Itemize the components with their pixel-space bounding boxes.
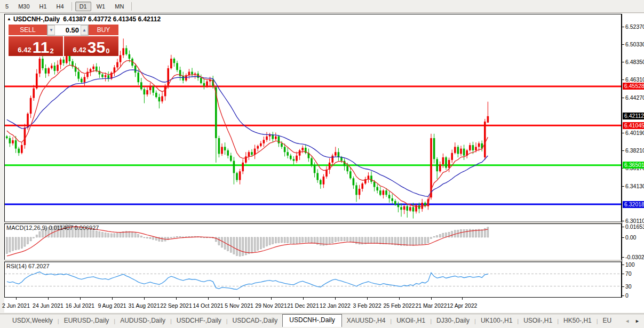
tab-dj30-daily[interactable]: DJ30-,Daily: [432, 315, 474, 327]
time-axis[interactable]: 2 Jun 202124 Jun 202116 Jul 20219 Aug 20…: [4, 298, 644, 313]
candle-body: [290, 156, 292, 159]
candle-body: [353, 178, 355, 185]
splitter-macd-rsi[interactable]: [4, 260, 622, 261]
candle-body: [129, 54, 131, 59]
tab-xauusd-h4[interactable]: XAUUSD-,H4: [342, 315, 391, 327]
candle-body: [281, 143, 283, 147]
price-tick-label: 6.48350: [625, 59, 644, 65]
macd-bar: [332, 237, 333, 243]
macd-bar: [117, 233, 118, 237]
candle-body: [30, 98, 32, 114]
macd-bar: [275, 237, 276, 243]
candle-body: [320, 180, 322, 185]
price-marker-6.45528: 6.45528: [623, 83, 644, 90]
one-click-trade-widget: SELL ▼ ▲ BUY 6.42112 6.42350: [9, 25, 118, 56]
candle-body: [182, 76, 184, 81]
volume-input[interactable]: [55, 25, 81, 35]
tab-audusd-daily[interactable]: AUDUSD-,Daily: [115, 315, 170, 327]
volume-decrease-icon[interactable]: ▼: [47, 25, 55, 35]
macd-bar: [147, 237, 148, 238]
tab-eurusd-daily[interactable]: EURUSD-,Daily: [59, 315, 114, 327]
macd-bar: [329, 237, 330, 244]
macd-bar: [379, 237, 381, 244]
macd-bar: [257, 237, 259, 250]
time-tick-label: 31 Aug 2021: [129, 302, 160, 309]
time-tick-label: 14 Oct 2021: [193, 302, 223, 309]
candle-body: [316, 173, 319, 180]
time-tick: [335, 298, 336, 300]
macd-bar: [424, 237, 426, 244]
candle-body: [125, 48, 128, 54]
macd-bar: [338, 237, 339, 241]
macd-bar: [21, 237, 22, 249]
macd-bar: [236, 237, 238, 255]
macd-bar: [403, 237, 405, 245]
macd-bar: [260, 237, 261, 249]
candle-body: [445, 157, 447, 168]
macd-bar: [39, 231, 41, 237]
tab-eu[interactable]: EU: [598, 315, 617, 327]
macd-bar: [314, 237, 315, 244]
macd-bar: [266, 237, 268, 246]
tab-usdx-weekly[interactable]: USDX,Weekly: [7, 315, 58, 327]
macd-bar: [6, 237, 7, 254]
scroll-left-icon[interactable]: ◄: [625, 318, 630, 324]
rsi-tick-label: 70: [625, 270, 632, 277]
macd-bar: [110, 234, 112, 237]
candle-body: [433, 138, 435, 159]
candle-body: [383, 190, 385, 195]
candle-body: [475, 147, 477, 150]
sell-button[interactable]: SELL: [9, 25, 47, 36]
tab-usdcnh-daily[interactable]: USDCNH-,Daily: [282, 314, 341, 327]
macd-bar: [218, 237, 220, 245]
time-tick-label: 5 Nov 2021: [225, 302, 253, 309]
candle-body: [206, 82, 208, 86]
price-axis[interactable]: 6.523706.503306.483506.463106.442706.401…: [622, 14, 644, 298]
tab-usdcad-daily[interactable]: USDCAD-,Daily: [228, 315, 283, 327]
candle-body: [90, 69, 92, 72]
candle-body: [373, 182, 376, 187]
macd-bar: [102, 232, 104, 237]
macd-bar: [233, 237, 235, 254]
ask-price-box[interactable]: 6.42350: [64, 36, 118, 56]
macd-bar: [439, 235, 441, 237]
candle-body: [242, 163, 244, 171]
tab-usoil-h1[interactable]: USOil-,H1: [519, 315, 557, 327]
candle-body: [388, 195, 391, 198]
tab-hk50-h1[interactable]: HK50-,H1: [559, 315, 597, 327]
volume-increase-icon[interactable]: ▲: [81, 25, 88, 35]
tab-usdchf-daily[interactable]: USDCHF-,Daily: [172, 315, 226, 327]
time-tick: [431, 298, 432, 300]
macd-tick: [622, 237, 624, 238]
rsi-tick: [622, 274, 624, 274]
macd-bar: [326, 237, 328, 245]
buy-button[interactable]: BUY: [89, 25, 118, 36]
macd-bar: [149, 237, 151, 239]
candle-body: [436, 159, 438, 171]
macd-bar: [341, 237, 343, 241]
candle-body: [385, 190, 387, 195]
tab-ukoil-h1[interactable]: UKOil-,H1: [392, 315, 430, 327]
bid-price-box[interactable]: 6.42112: [9, 36, 63, 56]
macd-bar: [177, 236, 178, 237]
candle-body: [454, 147, 456, 153]
candle-body: [221, 147, 223, 154]
macd-bar: [269, 237, 271, 245]
rsi-tick-label: 100: [625, 261, 635, 268]
macd-bar: [138, 234, 139, 237]
tab-uk100-h1[interactable]: UK100-,H1: [476, 315, 517, 327]
candle-body: [379, 190, 381, 195]
time-tick-label: 3 Feb 2022: [353, 302, 381, 309]
macd-bar: [254, 237, 256, 252]
ask-big-digits: 35: [88, 41, 105, 54]
macd-bar: [349, 237, 351, 242]
candle-body: [323, 177, 325, 185]
macd-bar: [392, 237, 393, 245]
ohlc-readout: 6.41387 6.43772 6.41345 6.42112: [63, 15, 161, 23]
symbol-collapse-icon[interactable]: ▲: [7, 17, 11, 21]
splitter-main-macd[interactable]: [4, 222, 622, 223]
macd-bar: [239, 237, 241, 256]
price-tick: [622, 186, 624, 187]
candle-body: [293, 159, 295, 161]
scroll-right-icon[interactable]: ►: [635, 318, 640, 324]
